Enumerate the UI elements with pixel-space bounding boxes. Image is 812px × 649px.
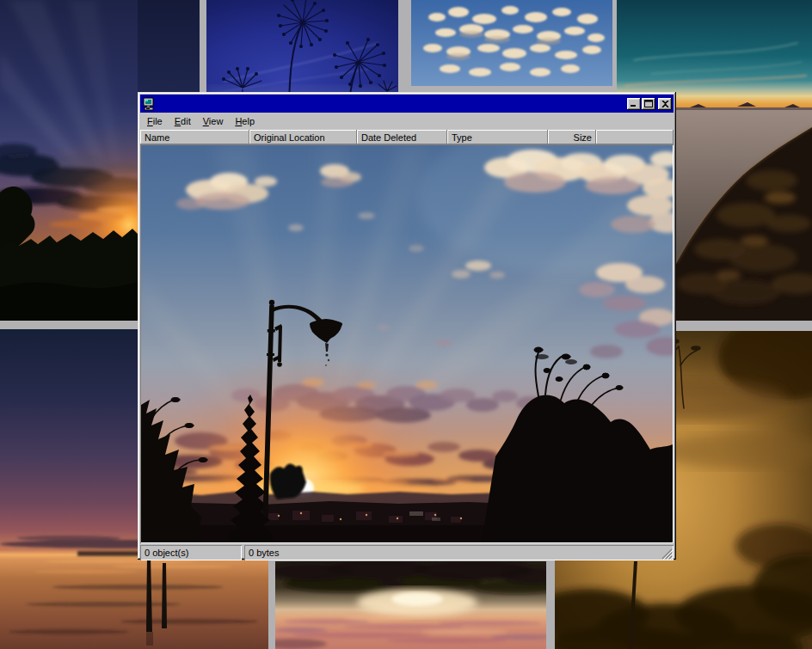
column-header-filler xyxy=(596,130,674,144)
wallpaper-photo-altocumulus xyxy=(411,0,612,86)
menu-view[interactable]: View xyxy=(197,114,230,128)
status-byte-count: 0 bytes xyxy=(244,545,674,560)
wallpaper-photo-dried-flowers xyxy=(206,0,398,103)
list-view-area[interactable] xyxy=(140,144,674,543)
column-header-size[interactable]: Size xyxy=(548,130,596,144)
computer-icon xyxy=(142,97,156,111)
column-header-original-location[interactable]: Original Location xyxy=(249,130,357,144)
minimize-icon xyxy=(630,100,638,107)
resize-grip-icon[interactable] xyxy=(661,548,673,560)
menubar: File Edit View Help xyxy=(140,113,674,130)
menu-file[interactable]: File xyxy=(141,114,169,128)
titlebar[interactable] xyxy=(140,95,674,113)
close-button[interactable] xyxy=(658,98,672,110)
minimize-button[interactable] xyxy=(627,98,641,110)
folder-background-photo xyxy=(141,145,673,542)
close-icon xyxy=(661,101,669,107)
wallpaper-photo-water-reflection xyxy=(275,561,546,649)
status-object-count: 0 object(s) xyxy=(140,545,242,560)
column-header-row: Name Original Location Date Deleted Type… xyxy=(140,130,674,144)
column-header-type[interactable]: Type xyxy=(447,130,548,144)
menu-help[interactable]: Help xyxy=(229,114,261,128)
maximize-button[interactable] xyxy=(642,98,655,110)
desktop[interactable]: File Edit View Help Name Original Locati… xyxy=(0,0,812,649)
column-header-date-deleted[interactable]: Date Deleted xyxy=(357,130,447,144)
menu-edit[interactable]: Edit xyxy=(169,114,197,128)
statusbar: 0 object(s) 0 bytes xyxy=(140,545,674,560)
column-header-name[interactable]: Name xyxy=(140,130,249,144)
maximize-icon xyxy=(644,100,653,107)
wallpaper-photo-sunset-rays xyxy=(0,0,138,321)
recycle-bin-window: File Edit View Help Name Original Locati… xyxy=(138,92,676,560)
